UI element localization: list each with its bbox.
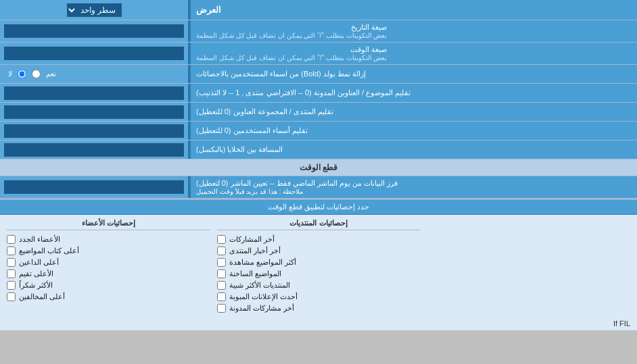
cb-ads[interactable] — [217, 292, 226, 301]
list-item: الأعلى تقيم — [7, 269, 210, 278]
forum-order-input[interactable]: 33 — [4, 105, 184, 119]
cb-top-violators[interactable] — [7, 292, 16, 301]
username-trim-input[interactable]: 0 — [4, 124, 184, 138]
cb-top-inviters[interactable] — [7, 258, 16, 267]
username-trim-label: تقليم أسماء المستخدمين (0 للتعطيل) — [189, 122, 637, 140]
time-section-header: قطع الوقت — [0, 159, 637, 176]
topic-order-input[interactable]: 33 — [4, 86, 184, 100]
cb-most-viewed[interactable] — [217, 258, 226, 267]
time-cutoff-input[interactable]: 0 — [4, 180, 184, 194]
cb-blog-posts[interactable] — [217, 304, 226, 313]
radio-yes[interactable] — [32, 70, 41, 78]
forum-stats-column: إحصائيات المنتديات أخر المشاركات أخر أخب… — [217, 219, 421, 313]
list-item: أخر المشاركات — [217, 235, 421, 244]
cell-spacing-label: المسافة بين الخلايا (بالبكسل) — [189, 140, 637, 159]
time-format-input[interactable]: H:i — [4, 47, 184, 60]
list-item: المنتديات الأكثر شبية — [217, 281, 421, 290]
checkboxes-header: حدد إحصائيات لتطبيق قطع الوقت — [0, 200, 637, 215]
time-section-label: فرز البيانات من يوم الماشر الماضي فقط --… — [189, 176, 637, 198]
bold-remove-label: إزالة نمط بولد (Bold) من اسماء المستخدمي… — [189, 65, 637, 83]
list-item: أخر أخبار المنتدى — [217, 246, 421, 255]
cb-last-news[interactable] — [217, 246, 226, 255]
list-item: الأكثر شكراً — [7, 281, 210, 290]
cb-top-rated[interactable] — [7, 269, 16, 278]
list-item: أحدث الإعلانات المبوبة — [217, 292, 421, 301]
radio-no[interactable] — [18, 70, 26, 78]
page-title: العرض — [189, 0, 637, 20]
radio-no-label: لا — [8, 70, 12, 78]
forum-col-header: إحصائيات المنتديات — [217, 219, 421, 230]
list-item: أخر مشاركات المدونة — [217, 304, 421, 313]
time-format-label: صيغة الوقت بعض التكوينات يتطلب "/" التي … — [189, 43, 637, 64]
cb-hot-topics[interactable] — [217, 269, 226, 278]
cb-most-thanks[interactable] — [7, 281, 16, 290]
cb-top-forums[interactable] — [217, 281, 226, 290]
list-item: أعلى المخالفين — [7, 292, 210, 301]
forum-order-label: تقليم المنتدى / المجموعة العناوين (0 للت… — [189, 103, 637, 121]
date-format-label: صيغة التاريخ بعض التكوينات يتطلب "/" الت… — [189, 20, 637, 42]
footer-text: If FIL — [0, 317, 637, 330]
list-item: الأعضاء الجدد — [7, 235, 210, 244]
member-col-header: إحصائيات الأعضاء — [7, 219, 210, 230]
cb-last-posts[interactable] — [217, 235, 226, 244]
cb-top-posters[interactable] — [7, 246, 16, 255]
member-stats-column: إحصائيات الأعضاء الأعضاء الجدد أعلى كتاب… — [7, 219, 210, 313]
list-item: المواضيع الساخنة — [217, 269, 421, 278]
cell-spacing-input[interactable]: 2 — [4, 143, 184, 157]
radio-yes-label: نعم — [46, 70, 56, 78]
display-dropdown[interactable]: سطر واحد — [67, 3, 122, 17]
topic-order-label: تقليم الموضوع / العناوين المدونة (0 -- ا… — [189, 84, 637, 102]
date-format-input[interactable]: d-m — [4, 24, 184, 38]
list-item: أكثر المواضيع مشاهدة — [217, 258, 421, 267]
list-item: أعلى كتاب المواضيع — [7, 246, 210, 255]
cb-new-members[interactable] — [7, 235, 16, 244]
list-item: أعلى الداعين — [7, 258, 210, 267]
